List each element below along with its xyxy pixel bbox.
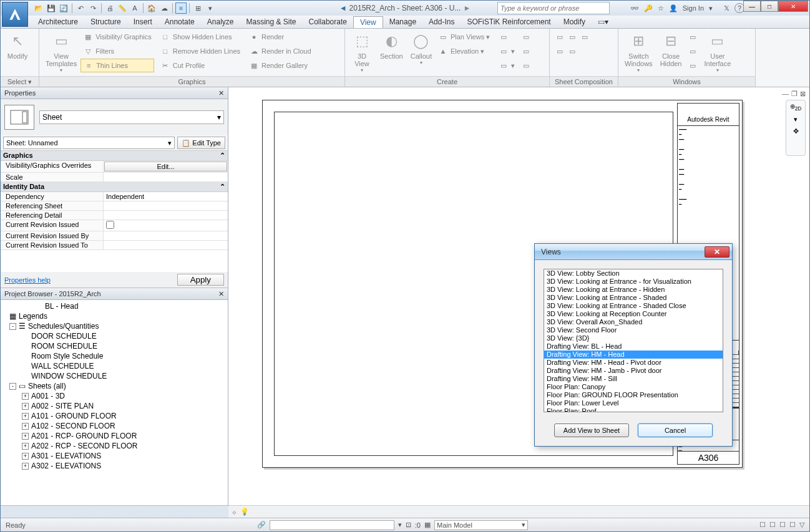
- view-list-item[interactable]: Drafting View: HM - Jamb - Pivot door: [544, 367, 723, 375]
- print-icon[interactable]: 🖨: [104, 2, 115, 14]
- tree-item[interactable]: WINDOW SCHEDULE: [2, 371, 227, 381]
- tree-toggle-icon[interactable]: +: [22, 403, 29, 410]
- render-cloud-button[interactable]: ☁Render in Cloud: [246, 44, 314, 58]
- doc-restore-icon[interactable]: ❐: [791, 90, 798, 98]
- view-list-item[interactable]: Drafting View: HM - Head: [544, 351, 723, 359]
- view-templates-button[interactable]: ▭ View Templates ▾: [42, 30, 81, 74]
- sel-icon-3[interactable]: ☐: [779, 521, 786, 529]
- tree-item[interactable]: WALL SCHEDULE: [2, 361, 227, 371]
- chevron-down-icon[interactable]: ▾: [709, 4, 713, 12]
- elevation-button[interactable]: ▲Elevation ▾: [436, 44, 492, 58]
- viewcube[interactable]: ⊕2D ▾ ✥: [786, 100, 806, 156]
- remove-hidden-lines-button[interactable]: □Remove Hidden Lines: [158, 44, 243, 58]
- sel-icon-4[interactable]: ☐: [789, 521, 796, 529]
- misc-button-3[interactable]: ▭▾: [496, 59, 517, 72]
- nav-pan-icon[interactable]: ✥: [793, 127, 799, 135]
- replicate-button[interactable]: ▭: [685, 30, 700, 44]
- view-list-item[interactable]: 3D View: Overall Axon_Shaded: [544, 318, 723, 326]
- 3d-view-button[interactable]: ⬚3D View▾: [348, 30, 376, 74]
- misc-button-1[interactable]: ▭: [496, 30, 517, 44]
- prop-row[interactable]: Referencing Sheet: [1, 201, 228, 211]
- menu-add-ins[interactable]: Add-Ins: [422, 16, 461, 27]
- tree-toggle-icon[interactable]: +: [22, 443, 29, 450]
- undo-icon[interactable]: ↶: [75, 2, 86, 14]
- view-list-item[interactable]: 3D View: Lobby Section: [544, 269, 723, 278]
- tree-item[interactable]: +A302 - ELEVATIONS: [2, 461, 227, 471]
- modify-button[interactable]: ↖ Modify: [3, 30, 32, 61]
- view-list-item[interactable]: 3D View: Looking at Entrance - Hidden: [544, 286, 723, 294]
- tree-toggle-icon[interactable]: +: [22, 393, 29, 400]
- canvas-area[interactable]: — ❐ ⊠ ⊕2D ▾ ✥ Autodesk Revit ━━━━━━━━━━━…: [228, 87, 809, 506]
- arrow-left-icon[interactable]: ◄: [339, 4, 347, 12]
- menu-architecture[interactable]: Architecture: [32, 16, 84, 27]
- binoculars-icon[interactable]: 👓: [630, 4, 639, 12]
- filters-button[interactable]: ▽Filters: [81, 44, 154, 58]
- prop-row[interactable]: Current Revision Issued By: [1, 231, 228, 241]
- view-list-item[interactable]: Floor Plan: Canopy: [544, 383, 723, 391]
- rev-issued-checkbox[interactable]: [106, 221, 114, 229]
- sel-icon-2[interactable]: ☐: [769, 521, 776, 529]
- tree-item[interactable]: +A002 - SITE PLAN: [2, 401, 227, 411]
- menu-annotate[interactable]: Annotate: [159, 16, 201, 27]
- misc-button-4[interactable]: ▭: [519, 30, 534, 44]
- main-model-selector[interactable]: Main Model▾: [434, 520, 528, 530]
- view-list-item[interactable]: Drafting View: HM - Sill: [544, 375, 723, 383]
- close-inactive-icon[interactable]: ⊞: [192, 2, 203, 14]
- menu-overflow-icon[interactable]: ▭▾: [592, 16, 615, 27]
- tree-item[interactable]: Room Style Schedule: [2, 351, 227, 361]
- view-list-item[interactable]: Floor Plan: GROUND FLOOR Presentation: [544, 391, 723, 399]
- view-list-item[interactable]: 3D View: Looking at Entrance - for Visua…: [544, 278, 723, 286]
- view-list-item[interactable]: 3D View: Looking at Entrance - Shaded: [544, 294, 723, 302]
- menu-collaborate[interactable]: Collaborate: [303, 16, 353, 27]
- menu-view[interactable]: View: [353, 16, 383, 28]
- redo-icon[interactable]: ↷: [87, 2, 99, 14]
- edit-type-button[interactable]: 📋Edit Type: [177, 137, 225, 149]
- open-icon[interactable]: 📂: [33, 2, 44, 14]
- switch-windows-qat-icon[interactable]: ▾: [205, 2, 216, 14]
- menu-manage[interactable]: Manage: [383, 16, 422, 27]
- type-selector[interactable]: Sheet▾: [39, 110, 224, 124]
- search-input[interactable]: [497, 2, 610, 14]
- nav-arrow-icon[interactable]: ▾: [794, 115, 798, 123]
- thin-lines-qat-icon[interactable]: ≡: [175, 2, 187, 14]
- filter-status-icon[interactable]: ▦: [424, 521, 431, 529]
- close-button[interactable]: ✕: [778, 1, 808, 12]
- view-list-item[interactable]: 3D View: {3D}: [544, 334, 723, 342]
- plan-views-button[interactable]: ▭Plan Views ▾: [436, 30, 492, 44]
- tile-button[interactable]: ▭: [685, 59, 700, 72]
- menu-modify[interactable]: Modify: [557, 16, 592, 27]
- tree-toggle-icon[interactable]: +: [22, 413, 29, 420]
- thin-lines-button[interactable]: ≡Thin Lines: [81, 59, 154, 72]
- prop-row[interactable]: Visibility/Graphics OverridesEdit...: [1, 161, 228, 173]
- text-icon[interactable]: A: [129, 2, 140, 14]
- menu-structure[interactable]: Structure: [84, 16, 127, 27]
- tree-item[interactable]: DOOR SCHEDULE: [2, 331, 227, 341]
- sheet-button-1[interactable]: ▭▭▭: [552, 30, 592, 44]
- close-panel-icon[interactable]: ✕: [218, 290, 224, 298]
- tree-item[interactable]: +A301 - ELEVATIONS: [2, 451, 227, 461]
- show-hidden-lines-button[interactable]: □Show Hidden Lines: [158, 30, 243, 44]
- minimize-button[interactable]: —: [743, 1, 761, 12]
- tree-item[interactable]: +A102 - SECOND FLOOR: [2, 421, 227, 431]
- sheet-button-2[interactable]: ▭▭: [552, 44, 592, 58]
- tree-item[interactable]: +A001 - 3D: [2, 391, 227, 401]
- worksets-icon[interactable]: 🔗: [257, 521, 266, 529]
- user-icon[interactable]: 👤: [669, 4, 678, 12]
- misc-button-6[interactable]: ▭: [519, 59, 534, 72]
- key-icon[interactable]: 🔑: [644, 4, 653, 12]
- render-gallery-button[interactable]: ▦Render Gallery: [246, 59, 314, 72]
- user-interface-button[interactable]: ▭User Interface▾: [700, 30, 734, 74]
- tree-item[interactable]: ROOM SCHEDULE: [2, 341, 227, 351]
- prop-row[interactable]: DependencyIndependent: [1, 192, 228, 201]
- menu-sofistik[interactable]: SOFiSTiK Reinforcement: [461, 16, 557, 27]
- close-hidden-button[interactable]: ⊟Close Hidden: [656, 30, 686, 69]
- scale-icon[interactable]: ⟐: [232, 508, 237, 516]
- render-button[interactable]: ●Render: [246, 30, 314, 44]
- prop-row[interactable]: Referencing Detail: [1, 211, 228, 220]
- sel-icon-1[interactable]: ☐: [759, 521, 766, 529]
- app-logo[interactable]: [2, 2, 28, 27]
- menu-analyze[interactable]: Analyze: [201, 16, 240, 27]
- tree-toggle-icon[interactable]: -: [9, 323, 16, 330]
- prop-row[interactable]: Current Revision Issued To: [1, 241, 228, 250]
- tree-item[interactable]: +A201 - RCP- GROUND FLOOR: [2, 431, 227, 441]
